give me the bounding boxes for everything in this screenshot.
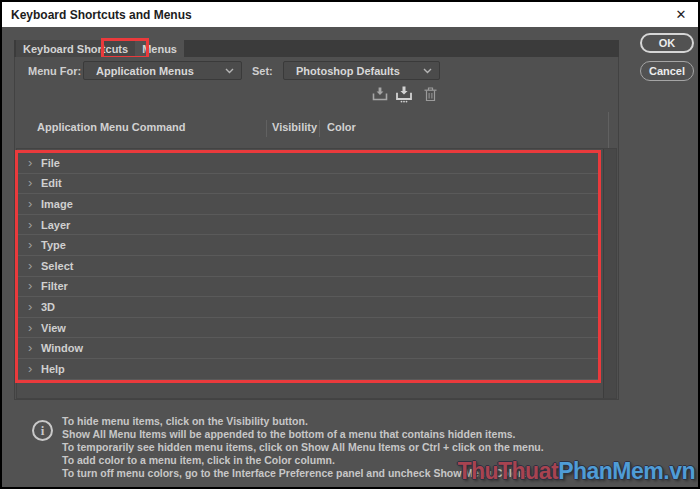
menu-row[interactable]: › Layer [18,215,598,236]
chevron-right-icon[interactable]: › [28,323,38,333]
set-value: Photoshop Defaults [296,65,423,77]
chevron-right-icon[interactable]: › [28,199,38,209]
cancel-button[interactable]: Cancel [640,61,694,81]
chevron-down-icon [225,68,234,74]
close-icon[interactable]: ✕ [668,2,694,27]
menu-for-label: Menu For: [28,65,81,77]
menu-row-label: Filter [41,280,68,292]
chevron-right-icon[interactable]: › [28,343,38,353]
set-label: Set: [252,65,273,77]
set-dropdown[interactable]: Photoshop Defaults [283,61,440,80]
menu-row-label: Layer [41,219,70,231]
window-title: Keyboard Shortcuts and Menus [11,8,192,22]
menu-row[interactable]: › Type [18,235,598,256]
menu-row[interactable]: › 3D [18,297,598,318]
save-set-icon[interactable] [370,85,390,103]
column-header-visibility: Visibility [272,121,317,133]
menu-row-label: View [41,322,66,334]
header-separator [266,120,267,137]
menu-row[interactable]: › Window [18,338,598,359]
info-line: To hide menu items, click on the Visibil… [62,415,622,428]
menu-for-value: Application Menus [96,65,225,77]
chevron-right-icon[interactable]: › [28,220,38,230]
chevron-right-icon[interactable]: › [28,261,38,271]
column-header-command: Application Menu Command [37,121,186,133]
chevron-down-icon [423,68,432,74]
chevron-right-icon[interactable]: › [28,302,38,312]
watermark-red-part: ThuThuat [457,458,558,484]
menu-row-label: 3D [41,301,55,313]
menu-for-dropdown[interactable]: Application Menus [83,61,242,80]
header-separator [608,112,609,148]
chevron-right-icon[interactable]: › [28,364,38,374]
menu-row-label: File [41,157,60,169]
chevron-right-icon[interactable]: › [28,240,38,250]
menu-row[interactable]: › Select [18,256,598,277]
delete-set-icon[interactable] [420,85,440,103]
chevron-right-icon[interactable]: › [28,178,38,188]
save-set-as-icon[interactable] [394,85,414,103]
info-line: Show All Menu Items will be appended to … [62,428,622,441]
menu-row[interactable]: › Help [18,359,598,380]
menu-row[interactable]: › Image [18,194,598,215]
menu-row-label: Select [41,260,73,272]
ok-button[interactable]: OK [640,33,694,53]
menu-row-label: Edit [41,177,62,189]
chevron-right-icon[interactable]: › [28,158,38,168]
red-annotation-box-list: › File › Edit › Image › Layer › Type [15,150,601,383]
menu-row-label: Help [41,363,65,375]
vertical-scrollbar[interactable] [603,149,616,398]
menu-row[interactable]: › Edit [18,174,598,195]
header-separator [319,120,320,137]
watermark-blue-part: PhanMem.vn [558,458,695,484]
menu-row[interactable]: › File [18,153,598,174]
menu-row-label: Window [41,342,83,354]
menu-row-label: Image [41,198,73,210]
column-header-color: Color [327,121,356,133]
info-icon: i [32,420,53,441]
menu-row[interactable]: › View [18,318,598,339]
info-line: To temporarily see hidden menu items, cl… [62,441,622,454]
chevron-right-icon[interactable]: › [28,281,38,291]
menu-row[interactable]: › Filter [18,277,598,298]
window-titlebar: Keyboard Shortcuts and Menus ✕ [2,2,698,27]
menu-row-label: Type [41,239,66,251]
red-annotation-box-tab [101,38,149,59]
dialog-body: Keyboard Shortcuts Menus Menu For: Appli… [2,27,698,487]
watermark: ThuThuatPhanMem.vn [457,458,695,485]
